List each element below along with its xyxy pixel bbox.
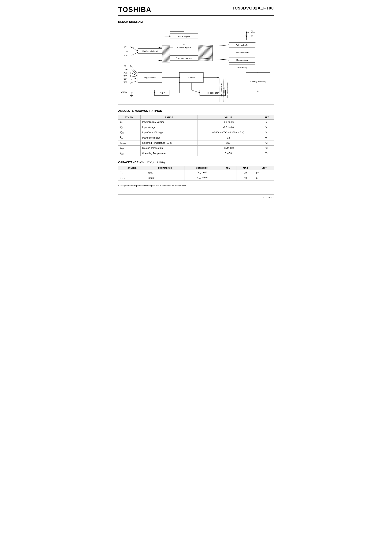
- cell-value: 0 to 70: [198, 151, 259, 156]
- cap-cell-unit: pF: [255, 170, 274, 175]
- cell-unit: V: [259, 130, 274, 135]
- table-row: VI/O Input/Output Voltage –0.6 V to VCC …: [118, 130, 274, 135]
- svg-line-40: [131, 76, 138, 77]
- block-diagram-title: BLOCK DIAGRAM: [118, 20, 274, 23]
- data-register-label: Data register: [236, 59, 248, 61]
- table-row: Topr Operating Temperature 0 to 70 °C: [118, 151, 274, 156]
- cell-rating: Power Supply Voltage: [141, 120, 198, 125]
- table-row: VIN Input Voltage –0.6 to 4.6 V: [118, 125, 274, 130]
- re-label: RE: [124, 78, 127, 80]
- svg-rect-58: [198, 45, 213, 61]
- table-row: VCC Power Supply Voltage –0.6 to 4.6 V: [118, 120, 274, 125]
- cell-value: 0.3: [198, 135, 259, 140]
- cap-footnote: * This parameter is periodically sampled…: [118, 184, 274, 187]
- company-logo: TOSHIBA: [118, 6, 152, 14]
- cap-cell-param: Output: [146, 175, 184, 181]
- cell-value: –55 to 150: [198, 146, 259, 151]
- cap-cell-unit: pF: [255, 175, 274, 181]
- svg-line-28: [131, 47, 138, 51]
- table-row: CIN Input VIN = 0 V — 10 pF: [118, 170, 274, 175]
- hv-generator-label: HV generator: [207, 92, 219, 94]
- cell-symbol: Tstg: [118, 146, 141, 151]
- svg-point-30: [130, 55, 131, 56]
- logic-control-label: Logic control: [144, 76, 156, 79]
- page-number: 2: [118, 196, 120, 199]
- cap-cell-cond: VIN = 0 V: [184, 170, 220, 175]
- cell-unit: V: [259, 120, 274, 125]
- cap-cell-symbol: COUT: [118, 175, 146, 181]
- svg-line-31: [131, 52, 138, 55]
- cell-unit: °C: [259, 146, 274, 151]
- cap-cell-param: Input: [146, 170, 184, 175]
- io1-label: I/O1: [124, 46, 128, 48]
- cell-unit: W: [259, 135, 274, 140]
- cap-cell-cond: VOUT = 0 V: [184, 175, 220, 181]
- capacitance-section-title: CAPACITANCE *(Ta = 25°C, f = 1 MHz): [118, 161, 274, 164]
- cell-unit: °C: [259, 140, 274, 145]
- col-value: VALUE: [198, 115, 259, 120]
- cap-col-max: MAX: [236, 166, 255, 170]
- column-buffer-label: Column buffer: [236, 44, 248, 46]
- table-row: Tsolder Soldering Temperature (10 s) 260…: [118, 140, 274, 145]
- svg-point-45: [130, 82, 131, 83]
- cell-value: –0.6 V to VCC + 0.3 V (≤ 4.6 V): [198, 130, 259, 135]
- cell-rating: Storage Temperature: [141, 146, 198, 151]
- cap-col-cond: CONDITION: [184, 166, 220, 170]
- cap-title-main: CAPACITANCE: [118, 161, 138, 164]
- sense-amp-label: Sense amp: [237, 66, 247, 68]
- cell-rating: Operating Temperature: [141, 151, 198, 156]
- cap-cell-max: 10: [236, 175, 255, 181]
- svg-line-46: [131, 81, 138, 83]
- cell-symbol: PD: [118, 135, 141, 140]
- capacitance-table: SYMB0L PARAMETER CONDITION MIN MAX UNIT …: [118, 166, 274, 181]
- cell-rating: Power Dissipation: [141, 135, 198, 140]
- cell-rating: Input/Output Voltage: [141, 130, 198, 135]
- cell-rating: Soldering Temperature (10 s): [141, 140, 198, 145]
- svg-point-42: [130, 79, 131, 80]
- cell-symbol: VIN: [118, 125, 141, 130]
- col-rating: RATING: [141, 115, 198, 120]
- table-row: COUT Output VOUT = 0 V — 10 pF: [118, 175, 274, 181]
- cell-symbol: VI/O: [118, 130, 141, 135]
- row-addr-dec-label: Row address decoder: [227, 82, 229, 98]
- ry-by-box-label: RY/BY: [159, 92, 165, 94]
- column-decoder-label: Column decoder: [235, 51, 250, 54]
- col-unit: UNIT: [259, 115, 274, 120]
- cap-cell-min: —: [220, 170, 236, 175]
- svg-line-43: [131, 78, 138, 80]
- ce-label: CE: [124, 65, 127, 67]
- cap-col-min: MIN: [220, 166, 236, 170]
- svg-line-33: [131, 66, 138, 74]
- svg-point-5: [246, 32, 247, 33]
- ratings-table: SYMBOL RATING VALUE UNIT VCC Power Suppl…: [118, 115, 274, 156]
- svg-point-32: [130, 66, 131, 67]
- to-label: to: [126, 50, 128, 53]
- command-register-label: Command register: [176, 57, 192, 59]
- table-row: Tstg Storage Temperature –55 to 150 °C: [118, 146, 274, 151]
- part-number: TC58DVG02A1FT00: [232, 6, 274, 11]
- col-symbol: SYMBOL: [118, 115, 141, 120]
- io8-label: I/O8: [124, 54, 128, 57]
- cap-cell-min: —: [220, 175, 236, 181]
- cap-cell-symbol: CIN: [118, 170, 146, 175]
- footer-date: 2003-11-11: [261, 196, 274, 199]
- svg-point-34: [130, 69, 131, 70]
- cell-symbol: Tsolder: [118, 140, 141, 145]
- wp-label: WP: [124, 82, 127, 84]
- cell-symbol: VCC: [118, 120, 141, 125]
- we-label: WE: [124, 75, 127, 77]
- cell-value: 260: [198, 140, 259, 145]
- ry-by-pin-label: RY/BY: [121, 91, 127, 94]
- control-label: Control: [188, 76, 195, 79]
- cell-symbol: Topr: [118, 151, 141, 156]
- status-register-label: Status register: [177, 35, 190, 37]
- cap-title-sub: *(Ta = 25°C, f = 1 MHz): [139, 161, 165, 164]
- ale-label: ALE: [124, 72, 128, 74]
- cell-unit: V: [259, 125, 274, 130]
- cell-value: –0.6 to 4.6: [198, 125, 259, 130]
- svg-point-6: [251, 32, 252, 33]
- svg-rect-11: [162, 45, 170, 62]
- table-row: PD Power Dissipation 0.3 W: [118, 135, 274, 140]
- ratings-title: ABSOLUTE MAXIMUM RATINGS: [118, 109, 274, 112]
- svg-line-70: [191, 90, 200, 93]
